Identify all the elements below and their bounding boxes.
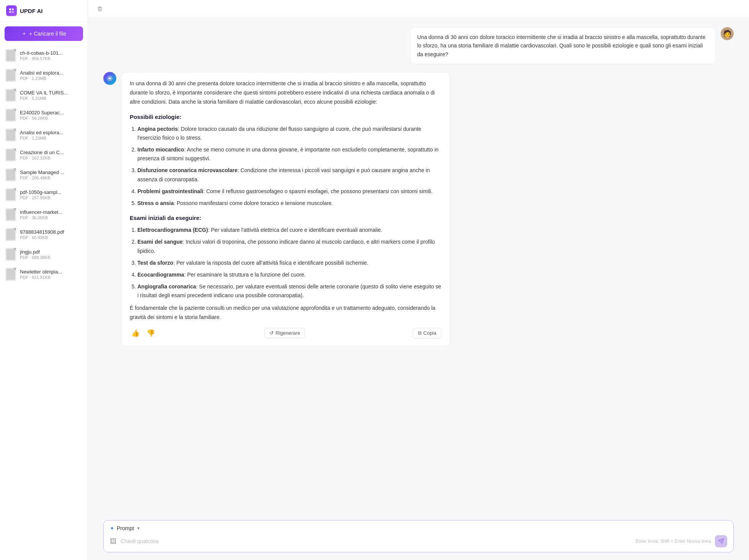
input-box: ✦ Prompt ▼ 🖼 Enter Invia; Shift + Enter … (103, 520, 734, 552)
toolbar (88, 0, 749, 18)
sidebar: UPDF AI ＋ + Caricare il file ch-it-cobas… (0, 0, 88, 560)
file-meta: PDF · 58.28KB (20, 116, 82, 120)
file-item[interactable]: E240020 Superac... PDF · 58.28KB (0, 105, 88, 125)
app-logo-icon (6, 5, 17, 16)
file-meta: PDF · 621.91KB (20, 275, 82, 280)
svg-rect-2 (9, 11, 11, 13)
svg-rect-3 (12, 11, 14, 13)
eziologie-list: Angina pectoris: Dolore toracico causato… (130, 125, 441, 208)
file-icon (5, 89, 16, 102)
file-icon (5, 109, 16, 122)
file-item[interactable]: Analisi ed esplora... PDF · 1.23MB (0, 65, 88, 85)
file-item[interactable]: pdf-1050g-sampl... PDF · 157.99KB (0, 185, 88, 205)
list-item: Ecocardiogramma: Per esaminare la strutt… (137, 270, 441, 279)
input-hint: Enter Invia; Shift + Enter Nuova linea (636, 539, 711, 544)
file-icon (5, 208, 16, 221)
chat-input[interactable] (121, 537, 632, 546)
list-item: Stress o ansia: Possono manifestarsi com… (137, 199, 441, 208)
file-icon (5, 49, 16, 62)
main-content: Una donna di 30 anni con dolore toracico… (88, 0, 749, 560)
list-item: Angiografia coronarica: Se necessario, p… (137, 282, 441, 300)
file-item[interactable]: Analisi ed esplora... PDF · 1.23MB (0, 125, 88, 145)
chat-area: Una donna di 30 anni con dolore toracico… (88, 18, 749, 516)
section2-title: Esami iniziali da eseguire: (130, 213, 441, 223)
file-name: Analisi ed esplora... (20, 70, 82, 76)
file-item[interactable]: 9788834815908.pdf PDF · 60.93KB (0, 225, 88, 244)
file-name: jingju.pdf (20, 249, 82, 255)
file-icon (5, 268, 16, 281)
file-item[interactable]: Newletter olimpia... PDF · 621.91KB (0, 264, 88, 284)
file-name: influencer-market... (20, 209, 82, 215)
thumbs-down-button[interactable]: 👎 (145, 327, 157, 339)
list-item: Elettrocardiogramma (ECG): Per valutare … (137, 226, 441, 234)
section1-title: Possibili eziologie: (130, 112, 441, 122)
ai-bubble: In una donna di 30 anni che presenta dol… (121, 72, 450, 346)
list-item: Disfunzione coronarica microvascolare: C… (137, 166, 441, 184)
prompt-label: Prompt (117, 525, 134, 531)
list-item: Test da sforzo: Per valutare la risposta… (137, 259, 441, 267)
ai-actions: 👍 👎 ↺ Rigenerare ⧉ Copia (130, 327, 441, 339)
file-icon (5, 129, 16, 142)
list-item: Problemi gastrointestinali: Come il refl… (137, 187, 441, 196)
send-button[interactable] (715, 535, 727, 547)
file-icon (5, 188, 16, 201)
file-name: pdf-1050g-sampl... (20, 189, 82, 195)
file-item[interactable]: COME VA IL TURIS... PDF · 5.31MB (0, 85, 88, 105)
list-item: Angina pectoris: Dolore toracico causato… (137, 125, 441, 142)
input-top: ✦ Prompt ▼ (110, 525, 727, 531)
file-item[interactable]: Creazione di un C... PDF · 162.32KB (0, 145, 88, 165)
regenerate-icon: ↺ (269, 330, 274, 336)
input-area: ✦ Prompt ▼ 🖼 Enter Invia; Shift + Enter … (88, 516, 749, 560)
upload-icon: ＋ (21, 30, 27, 37)
file-meta: PDF · 206.48KB (20, 176, 82, 180)
file-name: Sample Managed ... (20, 169, 82, 175)
esami-list: Elettrocardiogramma (ECG): Per valutare … (130, 226, 441, 300)
file-icon (5, 148, 16, 161)
file-icon (5, 248, 16, 261)
file-meta: PDF · 157.99KB (20, 195, 82, 200)
user-bubble: Una donna di 30 anni con dolore toracico… (410, 27, 716, 64)
regenerate-label: Rigenerare (276, 330, 300, 336)
file-icon (5, 69, 16, 82)
list-item: Esami del sangue: Inclusi valori di trop… (137, 238, 441, 255)
ai-conclusion: È fondamentale che la paziente consulti … (130, 304, 441, 322)
user-text: Una donna di 30 anni con dolore toracico… (417, 34, 705, 57)
file-item[interactable]: jingju.pdf PDF · 688.38KB (0, 244, 88, 264)
svg-rect-0 (9, 8, 11, 10)
file-name: ch-it-cobas-b-101... (20, 50, 82, 56)
file-meta: PDF · 162.32KB (20, 156, 82, 160)
upload-label: + Caricare il file (29, 31, 66, 37)
delete-button[interactable] (96, 5, 104, 13)
svg-point-6 (110, 78, 111, 78)
app-name: UPDF AI (20, 8, 42, 14)
copy-button[interactable]: ⧉ Copia (413, 328, 441, 339)
image-icon: 🖼 (110, 537, 117, 545)
ai-message: In una donna di 30 anni che presenta dol… (103, 72, 734, 346)
regenerate-button[interactable]: ↺ Rigenerare (264, 328, 305, 338)
file-item[interactable]: ch-it-cobas-b-101... PDF · 956.57KB (0, 46, 88, 65)
file-meta: PDF · 5.31MB (20, 96, 82, 101)
svg-rect-1 (12, 8, 14, 10)
file-meta: PDF · 688.38KB (20, 255, 82, 260)
sparkle-icon: ✦ (110, 525, 114, 531)
file-item[interactable]: influencer-market... PDF · 36.05KB (0, 205, 88, 225)
file-list: ch-it-cobas-b-101... PDF · 956.57KB Anal… (0, 44, 88, 560)
file-meta: PDF · 1.23MB (20, 76, 82, 81)
ai-avatar (103, 72, 116, 85)
thumbs-up-button[interactable]: 👍 (130, 327, 141, 339)
file-name: Newletter olimpia... (20, 269, 82, 275)
user-message: Una donna di 30 anni con dolore toracico… (103, 27, 734, 64)
file-item[interactable]: Sample Managed ... PDF · 206.48KB (0, 165, 88, 185)
upload-button[interactable]: ＋ + Caricare il file (5, 26, 83, 41)
file-icon (5, 168, 16, 181)
user-avatar: 🧑 (721, 27, 734, 40)
file-meta: PDF · 36.05KB (20, 215, 82, 220)
file-name: E240020 Superac... (20, 110, 82, 116)
chevron-down-icon: ▼ (136, 526, 140, 531)
file-name: Creazione di un C... (20, 150, 82, 155)
ai-intro: In una donna di 30 anni che presenta dol… (130, 79, 441, 106)
file-name: Analisi ed esplora... (20, 130, 82, 135)
copy-icon: ⧉ (418, 330, 421, 336)
copy-label: Copia (423, 330, 436, 336)
sidebar-header: UPDF AI (0, 0, 88, 22)
